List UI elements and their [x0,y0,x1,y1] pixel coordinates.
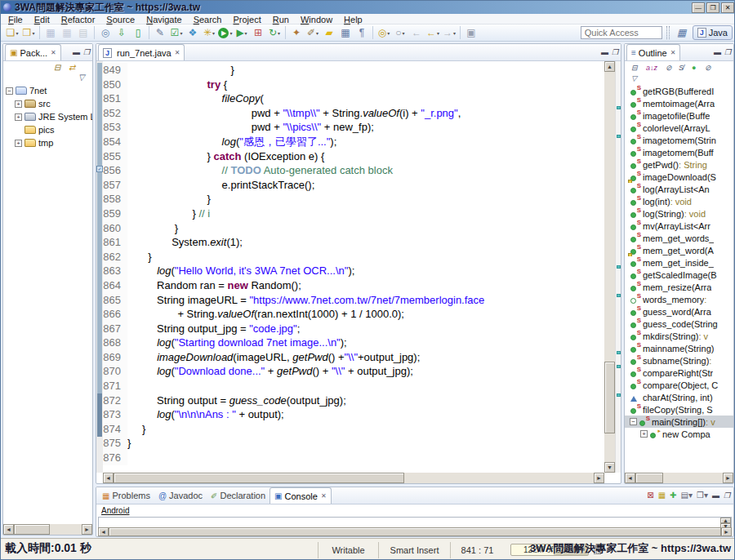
verify-button[interactable]: ☑▾ [169,25,184,40]
annotation-ruler[interactable] [96,61,103,473]
scroll-right-icon[interactable] [721,527,732,536]
cursor-position[interactable]: 841 : 71 [450,542,504,558]
outline-item[interactable]: SfileCopy(String, S [625,403,733,416]
outline-item[interactable]: −Smain(String[]) : v [625,416,733,428]
console-hscrollbar[interactable] [98,527,732,536]
minimize-editor-icon[interactable] [601,47,608,57]
code-line[interactable]: 855 } catch (IOException e) { [103,149,615,164]
outline-item[interactable]: Smem_get_inside_ [625,256,733,269]
outline-item[interactable]: SgetScaledImage(B [625,269,733,281]
tab-declaration[interactable]: ✐Declaration [207,487,270,504]
code-line[interactable]: 859 } // i [103,207,615,221]
tab-outline[interactable]: ≡ Outline [626,44,680,60]
maximize-view-icon[interactable] [724,47,731,57]
scroll-thumb[interactable] [635,473,663,483]
outline-item[interactable]: +new Compa [625,428,733,440]
code-line[interactable]: 860 } [103,221,615,236]
outline-item[interactable]: Simagetomem(Buff [625,146,733,158]
outline-item[interactable]: Simagetomem(Strin [625,134,733,146]
code-line[interactable]: 868 log("Starting download 7net image...… [103,336,615,350]
code-line[interactable]: 856 // TODO Auto-generated catch block [103,163,615,178]
forward-button[interactable]: →▾ [442,25,457,40]
run-last-button[interactable]: ▶▾ [234,25,249,40]
outline-item[interactable]: Scolorlevel(ArrayL [625,122,733,134]
code-line[interactable]: 863 log("Hello World, it's 3WA 7net OCR.… [103,264,615,278]
code-editor[interactable]: 849 }850 try {851 fileCopy(852 pwd + "\\… [103,61,615,473]
outline-item[interactable]: Smem_get_word(A [625,244,733,256]
scroll-up-icon[interactable] [720,518,731,523]
pin-console-icon[interactable]: ✚ [670,491,676,500]
outline-item[interactable]: SimageDownload(S [625,171,733,183]
scroll-lock-icon[interactable]: ▦ [658,491,666,500]
scroll-up-icon[interactable] [604,61,615,72]
minimize-view-icon[interactable] [714,47,721,57]
coverage-button[interactable]: ⊞ [251,25,265,40]
code-line[interactable]: 874 } [103,422,615,437]
code-line[interactable]: 862 } [103,250,615,264]
tree-item-tmp[interactable]: +tmp [3,136,92,149]
overview-ruler[interactable] [615,61,621,473]
link-with-editor-button[interactable]: ▣ [464,25,479,40]
android-sdk-manager-button[interactable]: ⇩ [114,25,129,40]
test-runner-button[interactable]: ❖ [185,25,200,40]
mark-occurrences-button[interactable]: ▰ [322,25,336,40]
open-type-button[interactable]: ✦ [289,25,304,40]
view-menu-icon[interactable]: ▽ [631,74,637,82]
open-console-icon[interactable]: ❒▾ [697,491,708,500]
code-line[interactable]: 850 try { [103,78,615,92]
scroll-thumb[interactable] [114,473,404,483]
outline-item[interactable]: Slog(String) : void [625,207,733,220]
code-line[interactable]: 849 } [103,63,615,78]
hide-fields-icon[interactable]: ⊘ [666,64,672,72]
code-line[interactable]: 865 String imageURL = "https://www.7net.… [103,293,615,308]
code-line[interactable]: 870 log("Download done..." + getPwd() + … [103,364,615,379]
scroll-right-icon[interactable] [594,473,604,483]
outline-item[interactable]: Slog(ArrayList<An [625,183,733,195]
minimize-view-icon[interactable] [712,491,719,500]
outline-item[interactable]: charAt(String, int) [625,391,733,403]
close-icon[interactable] [321,492,327,500]
tree-item-jre-system-lib[interactable]: +JRE System Lib [3,110,92,123]
back-button[interactable]: ←▾ [425,25,440,40]
scroll-right-icon[interactable] [723,473,733,483]
android-avd-manager-button[interactable]: ▯ [131,25,145,40]
tree-item-7net[interactable]: −7net [3,84,92,97]
code-line[interactable]: 851 fileCopy( [103,91,615,106]
scroll-left-icon[interactable] [103,473,114,483]
scroll-left-icon[interactable] [98,527,109,536]
maximize-editor-icon[interactable] [612,47,618,57]
code-line[interactable]: 864 Random ran = new Random(); [103,278,615,293]
code-line[interactable]: 867 String output_jpg = "code.jpg"; [103,322,615,336]
outline-item[interactable]: ScompareRight(Str [625,367,733,379]
maximize-view-icon[interactable] [724,491,730,500]
outline-item[interactable]: Slog(int) : void [625,195,733,207]
new-wizard-button[interactable]: ❏▾ [5,25,20,40]
sort-icon[interactable]: a↓z [646,64,657,72]
scroll-left-icon[interactable] [3,524,14,535]
restore-icon[interactable] [706,2,719,13]
collapse-all-icon[interactable]: ⊟ [631,64,638,72]
code-line[interactable]: 854 log("感恩，已學習了..."); [103,135,615,149]
tab-console[interactable]: ▣Console [270,487,332,504]
annotate-button[interactable]: ✐▾ [305,25,320,40]
tab-package-explorer[interactable]: ▣ Pack... [5,44,61,60]
collapse-all-icon[interactable]: ⊟ [54,63,60,72]
tab-problems[interactable]: ▦Problems [98,487,154,504]
minimize-icon[interactable] [692,2,705,13]
scroll-down-icon[interactable] [604,462,615,473]
close-icon[interactable] [670,49,676,56]
tree-item-pics[interactable]: pics [3,123,92,136]
outline-item[interactable]: Simagetofile(Buffe [625,109,733,122]
outline-item[interactable]: Ssubname(String) : [625,354,733,367]
hide-static-icon[interactable]: S̸ [679,64,684,72]
scroll-thumb[interactable] [14,524,50,535]
scroll-thumb[interactable] [604,362,615,433]
expand-handle[interactable]: + [640,430,648,438]
outline-item[interactable]: Sguess_word(Arra [625,305,733,318]
code-line[interactable]: 871 [103,379,615,393]
outline-item[interactable]: Smv(ArrayList<Arr [625,220,733,232]
java-perspective-button[interactable]: Java [693,25,733,40]
code-line[interactable]: 853 pwd + "\\pics\\" + new_fp); [103,120,615,135]
annotation-next-button[interactable]: ◎▾ [376,25,391,40]
link-with-editor-icon[interactable]: ⇄ [69,63,75,72]
